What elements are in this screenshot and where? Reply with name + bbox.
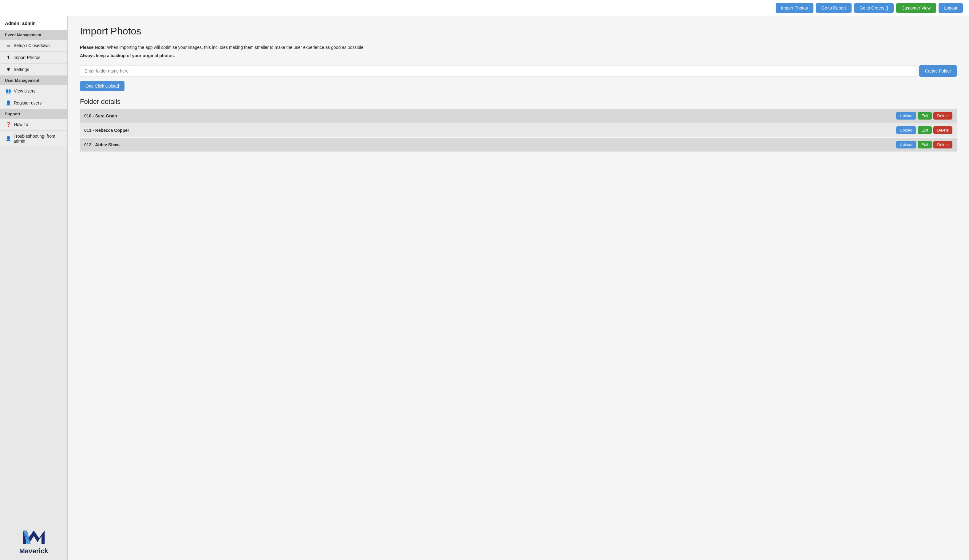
upload-button[interactable]: Upload bbox=[896, 141, 916, 148]
sidebar-item-how-to[interactable]: ❓ How To bbox=[0, 119, 67, 131]
edit-button[interactable]: Edit bbox=[917, 112, 932, 120]
upload-button[interactable]: Upload bbox=[896, 112, 916, 120]
table-row: 010 - Sara Grain Upload Edit Delete bbox=[80, 109, 957, 123]
notice-text-1: Please Note: When importing the app will… bbox=[80, 44, 957, 51]
upload-button[interactable]: Upload bbox=[896, 126, 916, 134]
sidebar-label-troubleshooting: Troubleshooting! from admin bbox=[13, 134, 62, 143]
sidebar-item-register-users[interactable]: 👤 Register users bbox=[0, 97, 67, 109]
sidebar-item-settings[interactable]: ✱ Settings bbox=[0, 64, 67, 76]
delete-button[interactable]: Delete bbox=[933, 126, 952, 134]
sidebar-item-import-photos[interactable]: ⬆ Import Photos bbox=[0, 52, 67, 64]
sidebar-item-setup-closedown[interactable]: ☰ Setup / Closedown bbox=[0, 40, 67, 52]
table-row: 012 - Abbie Shaw Upload Edit Delete bbox=[80, 137, 957, 152]
help-icon: ❓ bbox=[5, 122, 12, 127]
sidebar: Admin: admin Event Management ☰ Setup / … bbox=[0, 16, 68, 560]
notice-backup-text: Always keep a backup of your original ph… bbox=[80, 53, 957, 59]
one-click-upload-button[interactable]: One Click Upload bbox=[80, 81, 125, 91]
users-icon: 👥 bbox=[5, 88, 12, 94]
maverick-logo-svg bbox=[22, 527, 46, 546]
go-to-orders-button[interactable]: Go to Orders [] bbox=[854, 3, 894, 13]
notice-box: Please Note: When importing the app will… bbox=[80, 44, 957, 59]
folder-name-input[interactable] bbox=[80, 65, 916, 77]
sidebar-label-setup-closedown: Setup / Closedown bbox=[13, 43, 50, 48]
logout-button[interactable]: Logout bbox=[939, 3, 963, 13]
logo-text: Maverick bbox=[19, 547, 48, 555]
folder-table: 010 - Sara Grain Upload Edit Delete 011 … bbox=[80, 109, 957, 152]
folder-input-row: Create Folder bbox=[80, 65, 957, 77]
notice-body: When importing the app will optimise you… bbox=[106, 45, 365, 50]
sidebar-label-import-photos: Import Photos bbox=[13, 55, 40, 60]
folder-actions-cell: Upload Edit Delete bbox=[476, 109, 957, 123]
layout: Admin: admin Event Management ☰ Setup / … bbox=[0, 16, 969, 560]
upload-icon: ⬆ bbox=[5, 55, 11, 60]
troubleshoot-icon: 👤 bbox=[5, 136, 11, 141]
sidebar-section-user-management: User Management bbox=[0, 76, 67, 85]
edit-button[interactable]: Edit bbox=[917, 141, 932, 148]
main-content: Import Photos Please Note: When importin… bbox=[68, 16, 969, 560]
folder-name-cell: 011 - Rebecca Copper bbox=[80, 123, 476, 137]
delete-button[interactable]: Delete bbox=[933, 112, 952, 120]
register-icon: 👤 bbox=[5, 100, 12, 106]
top-nav: Import Photos Go to Report Go to Orders … bbox=[0, 0, 969, 16]
folder-name-cell: 012 - Abbie Shaw bbox=[80, 137, 476, 152]
folder-actions-cell: Upload Edit Delete bbox=[476, 137, 957, 152]
sidebar-label-view-users: View Users bbox=[14, 88, 36, 93]
sidebar-admin-label: Admin: admin bbox=[0, 16, 67, 30]
sidebar-label-register-users: Register users bbox=[14, 100, 42, 105]
folder-details-title: Folder details bbox=[80, 98, 957, 106]
folder-actions-cell: Upload Edit Delete bbox=[476, 123, 957, 137]
folder-actions-btns: Upload Edit Delete bbox=[481, 112, 952, 120]
page-title: Import Photos bbox=[80, 25, 957, 37]
create-folder-button[interactable]: Create Folder bbox=[919, 65, 957, 77]
sidebar-label-how-to: How To bbox=[14, 122, 28, 127]
delete-button[interactable]: Delete bbox=[933, 141, 952, 148]
edit-button[interactable]: Edit bbox=[917, 126, 932, 134]
sidebar-item-troubleshooting[interactable]: 👤 Troubleshooting! from admin bbox=[0, 131, 67, 147]
go-to-report-button[interactable]: Go to Report bbox=[816, 3, 852, 13]
folder-name-cell: 010 - Sara Grain bbox=[80, 109, 476, 123]
customer-view-button[interactable]: Customer View bbox=[896, 3, 936, 13]
sidebar-section-support: Support bbox=[0, 109, 67, 119]
settings-icon: ✱ bbox=[5, 67, 11, 72]
folder-actions-btns: Upload Edit Delete bbox=[481, 126, 952, 134]
sidebar-item-view-users[interactable]: 👥 View Users bbox=[0, 85, 67, 97]
notice-bold-label: Please Note: bbox=[80, 45, 106, 50]
sidebar-section-event-management: Event Management bbox=[0, 30, 67, 40]
table-row: 011 - Rebecca Copper Upload Edit Delete bbox=[80, 123, 957, 137]
sidebar-label-settings: Settings bbox=[13, 67, 29, 72]
menu-icon: ☰ bbox=[5, 43, 11, 48]
folder-actions-btns: Upload Edit Delete bbox=[481, 141, 952, 148]
sidebar-logo: Maverick bbox=[0, 520, 67, 560]
import-photos-button[interactable]: Import Photos bbox=[776, 3, 813, 13]
